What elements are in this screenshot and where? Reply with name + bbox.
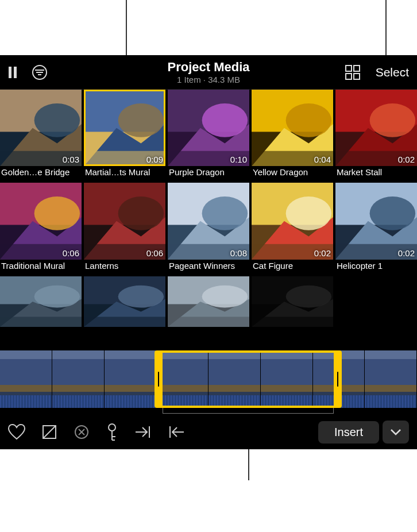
header-title-group: Project Media 1 Item · 34.3 MB [167,60,249,85]
clip-thumbnail[interactable]: 0:09 [84,90,165,166]
clip-label: Purple Dragon [168,166,249,180]
heart-icon[interactable] [8,424,25,440]
clip-grid: 0:03 Golden…e Bridge 0:09 Martial…ts Mur… [0,90,417,327]
filmstrip-frame[interactable] [105,350,157,408]
select-button[interactable]: Select [376,65,409,79]
page-title: Project Media [167,60,249,74]
filmstrip-frame[interactable] [365,350,417,408]
svg-point-85 [109,424,115,431]
clip-label: Cat Figure [252,260,333,274]
documentation-figure: Project Media 1 Item · 34.3 MB Select 0:… [0,0,417,532]
clip-cell[interactable]: 0:02 Cat Figure [252,183,333,273]
reject-icon[interactable] [41,424,57,440]
clip-thumbnail[interactable]: 0:02 [335,90,417,166]
audio-waveform [156,395,208,408]
clip-thumbnail[interactable]: 0:10 [168,90,249,166]
audio-waveform [208,395,260,408]
clip-cell[interactable] [0,276,82,327]
layout-grid-icon[interactable] [345,64,361,80]
clip-duration: 0:02 [398,248,415,258]
clip-cell[interactable]: 0:06 Traditional Mural [0,183,82,273]
clip-label: Traditional Mural [0,260,82,274]
clip-duration: 0:04 [314,155,331,164]
clip-label: Lanterns [84,260,165,274]
svg-point-48 [202,196,248,230]
clip-thumbnail[interactable]: 0:06 [0,183,82,259]
clip-cell[interactable] [168,276,249,327]
filmstrip-frame[interactable] [52,350,105,408]
clip-thumbnail[interactable] [84,276,165,327]
filmstrip-frame[interactable] [261,350,313,408]
chevron-down-icon [390,428,401,436]
clip-duration: 0:06 [63,248,79,258]
callout-line [385,0,387,60]
clip-cell[interactable]: 0:08 Pageant Winners [168,183,249,273]
clip-duration: 0:09 [146,155,163,164]
clip-label: Golden…e Bridge [0,166,82,180]
clip-duration: 0:03 [63,155,79,164]
clip-thumbnail[interactable] [252,276,333,327]
svg-point-38 [34,196,80,230]
clip-label: Martial…ts Mural [84,166,165,180]
svg-point-33 [370,103,416,137]
bottom-toolbar: Insert [0,415,417,449]
clip-cell[interactable]: 0:03 Golden…e Bridge [0,90,82,180]
svg-rect-69 [84,317,165,327]
svg-point-43 [118,196,164,230]
clear-circle-icon[interactable] [74,424,90,440]
clip-duration: 0:08 [230,248,247,258]
insert-button[interactable]: Insert [318,421,379,444]
filmstrip-frame[interactable] [313,350,365,408]
clip-cell[interactable]: 0:10 Purple Dragon [168,90,249,180]
range-indicator [163,408,334,414]
svg-rect-0 [9,67,11,78]
clip-cell[interactable]: 0:09 Martial…ts Mural [84,90,165,180]
clip-thumbnail[interactable] [0,276,82,327]
mark-out-icon[interactable] [168,425,185,439]
insert-options-button[interactable] [383,421,409,444]
svg-point-73 [202,286,248,308]
svg-rect-74 [168,317,249,327]
clip-duration: 0:10 [230,155,247,164]
svg-rect-7 [354,65,360,71]
clip-label: Market Stall [335,166,417,180]
key-icon[interactable] [106,423,118,441]
audio-waveform [105,395,156,408]
clip-cell[interactable] [252,276,333,327]
svg-point-23 [202,103,248,137]
svg-rect-6 [346,65,352,71]
clip-thumbnail[interactable]: 0:06 [84,183,165,259]
svg-point-78 [286,286,332,308]
clip-thumbnail[interactable]: 0:04 [252,90,333,166]
clip-cell[interactable]: 0:04 Yellow Dragon [252,90,333,180]
svg-point-63 [34,286,80,308]
mark-in-icon[interactable] [134,425,152,439]
clip-thumbnail[interactable]: 0:08 [168,183,249,259]
filmstrip-frame[interactable] [156,350,208,408]
svg-point-53 [286,196,332,230]
filmstrip-frame[interactable] [208,350,261,408]
filmstrip-frame[interactable] [0,350,52,408]
clip-cell[interactable] [84,276,165,327]
svg-rect-64 [0,317,82,327]
insert-button-group: Insert [318,421,409,444]
clip-cell[interactable]: 0:02 Market Stall [335,90,417,180]
audio-waveform [261,395,312,408]
pause-icon[interactable] [8,66,17,79]
svg-rect-1 [14,67,17,78]
clip-thumbnail[interactable] [168,276,249,327]
svg-line-81 [43,426,56,438]
filmstrip-area [0,350,417,408]
audio-waveform [365,395,416,408]
svg-rect-79 [252,317,333,327]
clip-duration: 0:06 [146,248,163,258]
clip-cell[interactable]: 0:02 Helicopter 1 [335,183,417,273]
clip-cell[interactable]: 0:06 Lanterns [84,183,165,273]
filmstrip[interactable] [0,350,417,408]
clip-thumbnail[interactable]: 0:02 [252,183,333,259]
header-right-controls: Select [345,64,409,80]
clip-thumbnail[interactable]: 0:02 [335,183,417,259]
svg-point-13 [34,103,80,137]
filter-icon[interactable] [31,64,48,81]
clip-thumbnail[interactable]: 0:03 [0,90,82,166]
